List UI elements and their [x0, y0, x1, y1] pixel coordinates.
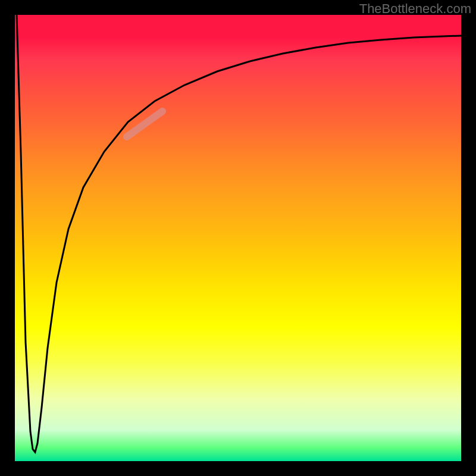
highlight-segment: [127, 111, 162, 137]
chart-plot-area: [15, 15, 461, 461]
chart-svg: [15, 15, 461, 461]
bottleneck-curve: [17, 15, 461, 452]
watermark-text: TheBottleneck.com: [359, 1, 471, 17]
